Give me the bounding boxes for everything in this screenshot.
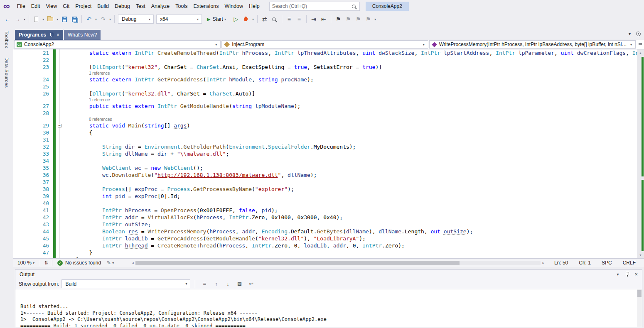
save-icon[interactable] [60,14,69,24]
start-debugging-button[interactable]: ▶ Start ▾ [204,14,230,24]
codelens-text[interactable]: 0 references [63,117,644,122]
next-message-icon[interactable]: ↓ [223,280,232,288]
code-row: 25 [13,83,644,90]
menu-item-git[interactable]: Git [60,2,72,11]
menu-item-analyze[interactable]: Analyze [148,2,172,11]
output-panel-header[interactable]: Output ▾ × [15,270,642,279]
output-log[interactable]: Build started...1>------ Build started: … [15,289,642,327]
side-tab-toolbox[interactable]: Toolbox [4,31,9,48]
code-text: IntPtr outSize; [63,221,644,228]
horizontal-scroll-thumb[interactable] [135,261,460,265]
type-dropdown[interactable]: Inject.Program ▾ [221,40,428,49]
codelens-text[interactable]: 1 reference [63,97,644,103]
tab-bar-controls: ▾ [627,32,641,36]
scroll-up-icon[interactable]: ▲ [637,49,644,56]
open-file-icon[interactable] [46,14,55,24]
editor-vertical-scrollbar[interactable]: ▲ ▼ [637,49,644,258]
scroll-down-icon[interactable]: ▼ [637,252,644,258]
output-scrollbar[interactable] [637,289,642,327]
outline-margin [56,143,63,150]
side-tab-strip: ToolboxData Sources [0,26,13,267]
outline-margin [56,193,63,200]
menu-item-extensions[interactable]: Extensions [190,2,221,11]
zoom-control[interactable]: 100 % ▾ [15,259,38,267]
undo-icon[interactable]: ↶ [84,14,93,24]
pin-panel-icon[interactable] [625,272,629,277]
pan-scroll-icon[interactable]: ⇅ [42,259,50,267]
outline-margin [56,49,63,56]
goto-message-icon[interactable]: ≡ [200,280,209,288]
open-file-dropdown-icon[interactable]: ▾ [57,17,58,21]
line-comment-icon[interactable]: ≡ [285,14,294,24]
caret-position-cluster: Ln: 50 Ch: 1 SPC CRLF [554,260,636,266]
bookmark-toggle-icon[interactable]: ⚑ [334,14,343,24]
bookmark-previous-icon[interactable]: ⚑ [344,14,353,24]
menu-item-help[interactable]: Help [246,2,263,11]
project-dropdown[interactable]: C# ConsoleApp2 ▾ [14,40,221,49]
word-wrap-icon[interactable]: ↩ [246,280,256,288]
tab-program-cs[interactable]: Program.cs × [15,30,63,40]
close-panel-icon[interactable]: × [634,271,638,277]
bookmark-clear-icon[interactable]: ⚑ [364,14,373,24]
navigate-dropdown-icon[interactable]: ▾ [24,17,25,21]
solution-configuration-dropdown[interactable]: Debug ▾ [118,15,154,24]
menu-item-file[interactable]: File [14,2,28,11]
new-file-dropdown-icon[interactable]: ▾ [42,17,44,21]
menu-item-build[interactable]: Build [94,2,112,11]
menu-item-tools[interactable]: Tools [172,2,190,11]
undo-dropdown-icon[interactable]: ▾ [95,17,97,21]
scroll-left-icon[interactable]: ◂ [130,261,135,265]
fold-collapse-icon[interactable]: − [58,124,61,127]
bookmark-next-icon[interactable]: ⚑ [354,14,363,24]
code-row: 29− static void Main(string[] args) [13,122,644,129]
close-tab-icon[interactable]: × [57,32,59,38]
search-input[interactable] [272,3,352,9]
find-in-files-icon[interactable] [270,14,279,24]
active-files-dropdown-icon[interactable]: ▾ [629,32,631,36]
redo-icon[interactable]: ↷ [98,14,108,24]
outdent-icon[interactable]: ⇤ [319,14,328,24]
scroll-right-icon[interactable]: ▸ [541,261,546,265]
document-health-indicator[interactable]: ✓ No issues found [54,260,104,266]
member-dropdown[interactable]: WriteProcessMemory(IntPtr hProcess, IntP… [429,40,636,49]
class-icon [224,42,230,47]
navigate-forward-icon[interactable]: → [13,14,22,24]
split-window-button[interactable] [637,41,643,48]
start-without-debugging-icon[interactable]: ▷ [231,14,241,24]
menu-item-test[interactable]: Test [133,2,148,11]
save-all-icon[interactable] [70,14,79,24]
line-number: 35 [13,164,53,171]
prev-message-icon[interactable]: ↑ [211,280,221,288]
menu-item-debug[interactable]: Debug [112,2,133,11]
horizontal-scroll-track[interactable] [135,261,541,265]
clear-all-icon[interactable]: ⊠ [235,280,244,288]
hot-reload-icon[interactable] [241,14,251,24]
navigate-back-icon[interactable]: ← [3,14,12,24]
bookmark-dropdown-icon[interactable]: ▾ [374,17,376,21]
window-position-icon[interactable]: ▾ [617,272,619,277]
codelens-text[interactable]: 1 reference [63,71,644,76]
menu-item-project[interactable]: Project [72,2,94,11]
solution-platform-dropdown[interactable]: x64 ▾ [156,15,202,24]
pin-tab-icon[interactable] [49,32,54,37]
output-scroll-thumb[interactable] [637,290,642,297]
code-cleanup-button[interactable]: ✎ ▾ [104,260,118,266]
output-source-dropdown[interactable]: Build ▾ [61,279,190,288]
line-ending-indicator: CRLF [623,260,636,266]
hot-reload-dropdown-icon[interactable]: ▾ [252,17,254,21]
document-well-options-icon[interactable] [636,32,641,36]
menu-item-edit[interactable]: Edit [28,2,43,11]
indent-icon[interactable]: ⇥ [309,14,318,24]
side-tab-data-sources[interactable]: Data Sources [4,57,9,88]
editor-horizontal-scrollbar[interactable]: ◂ ▸ [130,261,546,265]
new-file-icon[interactable] [32,14,41,24]
redo-dropdown-icon[interactable]: ▾ [109,17,111,21]
code-row: 34 [13,157,644,164]
menu-item-view[interactable]: View [43,2,60,11]
line-uncomment-icon[interactable]: ≡ [295,14,304,24]
quick-search[interactable] [269,2,360,11]
tab-whats-new[interactable]: What's New? [64,30,101,40]
solution-explorer-sync-icon[interactable]: ⇄ [260,14,269,24]
menu-item-window[interactable]: Window [222,2,246,11]
code-editor[interactable]: 21 static extern IntPtr CreateRemoteThre… [13,49,644,258]
